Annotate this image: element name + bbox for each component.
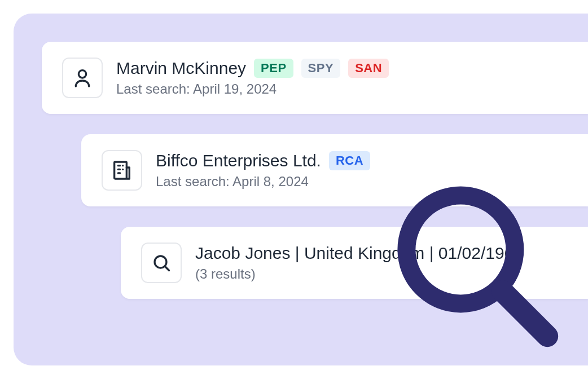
title-row: Jacob Jones | United Kingdom | 01/02/196 — [195, 244, 568, 263]
badge-pep: PEP — [254, 59, 293, 78]
person-icon — [62, 58, 103, 98]
result-name: Marvin McKinney — [116, 59, 246, 78]
card-content: Marvin McKinney PEP SPY SAN Last search:… — [116, 59, 568, 97]
result-name: Biffco Enterprises Ltd. — [156, 151, 321, 170]
title-row: Biffco Enterprises Ltd. RCA — [156, 151, 568, 170]
building-icon — [102, 150, 142, 191]
svg-point-0 — [78, 70, 86, 78]
title-row: Marvin McKinney PEP SPY SAN — [116, 59, 568, 78]
search-icon — [141, 243, 182, 283]
svg-line-8 — [165, 267, 169, 271]
badge-rca: RCA — [329, 151, 370, 170]
last-search-date: Last search: April 8, 2024 — [156, 174, 568, 190]
badge-spy: SPY — [301, 59, 341, 78]
svg-rect-1 — [115, 162, 127, 179]
card-content: Jacob Jones | United Kingdom | 01/02/196… — [195, 244, 568, 282]
search-results-panel: Marvin McKinney PEP SPY SAN Last search:… — [14, 14, 588, 365]
last-search-date: Last search: April 19, 2024 — [116, 81, 568, 97]
badge-san: SAN — [348, 59, 389, 78]
result-card-query[interactable]: Jacob Jones | United Kingdom | 01/02/196… — [121, 227, 588, 299]
result-card-company[interactable]: Biffco Enterprises Ltd. RCA Last search:… — [81, 134, 588, 206]
card-content: Biffco Enterprises Ltd. RCA Last search:… — [156, 151, 568, 190]
result-card-person[interactable]: Marvin McKinney PEP SPY SAN Last search:… — [42, 42, 588, 114]
result-count: (3 results) — [195, 266, 568, 282]
result-query-text: Jacob Jones | United Kingdom | 01/02/196 — [195, 244, 514, 263]
